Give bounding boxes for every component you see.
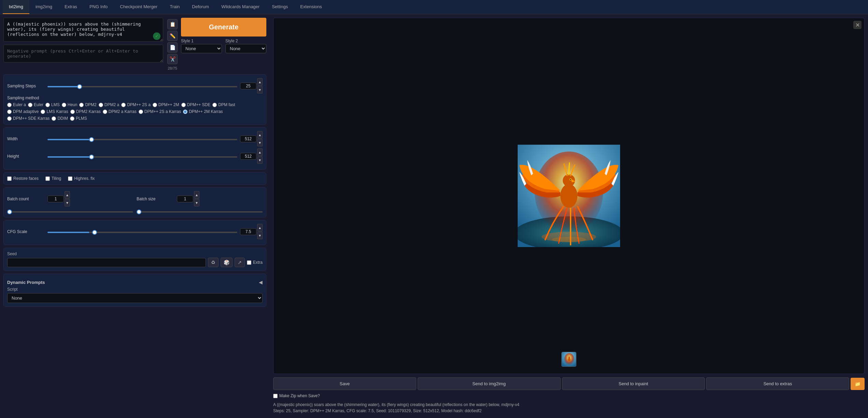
save-button[interactable]: Save [273,377,416,390]
positive-prompt-input[interactable]: A ((majestic phoenix)) soars above the (… [3,18,163,42]
sampling-method-radio-dpmpp_sde_karras[interactable] [7,116,12,121]
sampling-method-dpmpp_2m[interactable]: DPM++ 2M [153,102,179,107]
sampling-method-radio-dpmpp_2m[interactable] [153,103,157,107]
cfg-up-btn[interactable]: ▲ [257,224,263,231]
sampling-method-dpmpp_2s_a_karras[interactable]: DPM++ 2S a Karras [139,109,181,114]
sampling-method-radio-dpm2_a[interactable] [99,103,103,107]
sampling-method-dpm2_a[interactable]: DPM2 a [99,102,119,107]
sampling-method-dpmpp_sde[interactable]: DPM++ SDE [181,102,211,107]
batch-count-down-btn[interactable]: ▼ [65,199,70,206]
image-thumbnail[interactable] [561,352,576,367]
clear-icon-btn[interactable]: ✂️ [167,54,178,64]
script-select[interactable]: None [7,293,263,303]
generate-button[interactable]: Generate [181,18,266,37]
seed-extra-expand-btn[interactable]: ↗ [235,258,245,267]
cfg-slider[interactable] [47,232,237,233]
sampling-method-radio-lms_karras[interactable] [41,110,45,114]
height-up-btn[interactable]: ▲ [257,148,263,156]
sampling-method-radio-dpmpp_2m_karras[interactable] [183,110,187,114]
negative-prompt-input[interactable] [3,45,163,62]
width-up-btn[interactable]: ▲ [257,131,263,139]
sampling-method-radio-dpm2[interactable] [79,103,84,107]
steps-up-btn[interactable]: ▲ [257,78,263,86]
sampling-method-dpm_adaptive[interactable]: DPM adaptive [7,109,39,114]
nav-tab-img2img[interactable]: img2img [29,0,58,14]
sampling-method-euler[interactable]: Euler [28,102,43,107]
sampling-method-radio-heun[interactable] [62,103,66,107]
sampling-method-radio-plms[interactable] [70,116,74,121]
sampling-method-radio-dpm2_a_karras[interactable] [103,110,107,114]
sampling-method-dpmpp_sde_karras[interactable]: DPM++ SDE Karras [7,116,50,121]
height-down-btn[interactable]: ▼ [257,156,263,164]
nav-tab-train[interactable]: Train [164,0,186,14]
sampling-method-radio-euler[interactable] [28,103,32,107]
sampling-method-radio-dpm_fast[interactable] [212,103,217,107]
zip-checkbox-label[interactable]: Make Zip when Save? [273,393,320,398]
batch-count-slider[interactable] [7,211,133,213]
open-folder-btn[interactable]: 📁 [851,378,865,390]
extra-checkbox[interactable] [247,260,251,265]
tiling-checkbox[interactable] [45,176,50,181]
sampling-method-dpmpp_2s_a[interactable]: DPM++ 2S a [121,102,151,107]
sampling-method-radio-dpmpp_2s_a_karras[interactable] [139,110,143,114]
sampling-method-plms[interactable]: PLMS [70,116,87,121]
restore-faces-item[interactable]: Restore faces [7,176,39,181]
seed-dice-btn[interactable]: 🎲 [221,258,233,267]
sampling-method-radio-dpmpp_sde[interactable] [181,103,186,107]
batch-count-up-btn[interactable]: ▲ [65,191,70,199]
send-to-inpaint-button[interactable]: Send to inpaint [562,377,705,390]
extra-checkbox-label[interactable]: Extra [247,260,263,265]
sampling-method-euler_a[interactable]: Euler a [7,102,26,107]
send-to-img2img-button[interactable]: Send to img2img [418,377,561,390]
style2-select[interactable]: None [225,44,266,53]
nav-tab-txt2img[interactable]: txt2img [3,0,29,14]
seed-recycle-btn[interactable]: ♻ [208,258,219,267]
batch-size-down-btn[interactable]: ▼ [194,199,199,206]
sampling-method-ddim[interactable]: DDIM [52,116,68,121]
batch-size-slider[interactable] [137,211,263,213]
sampling-method-heun[interactable]: Heun [62,102,78,107]
sampling-method-label-dpm2_karras: DPM2 Karras [76,109,101,114]
width-slider[interactable] [47,139,237,140]
seed-input[interactable]: -1 [7,258,206,267]
zip-checkbox[interactable] [273,394,278,398]
nav-tab-settings[interactable]: Settings [266,0,294,14]
highres-fix-item[interactable]: Highres. fix [68,176,95,181]
style1-select[interactable]: None [181,44,222,53]
nav-tab-wildcards-manager[interactable]: Wildcards Manager [215,0,266,14]
width-down-btn[interactable]: ▼ [257,139,263,146]
nav-tab-png-info[interactable]: PNG Info [83,0,114,14]
paste-icon-btn[interactable]: 📋 [167,19,178,29]
batch-size-up-btn[interactable]: ▲ [194,191,199,199]
sampling-method-label-dpm2: DPM2 [85,102,96,107]
sampling-method-lms[interactable]: LMS [45,102,60,107]
send-to-extras-button[interactable]: Send to extras [706,377,849,390]
nav-tab-checkpoint-merger[interactable]: Checkpoint Merger [114,0,164,14]
sampling-method-radio-euler_a[interactable] [7,103,12,107]
dynamic-prompts-header[interactable]: Dynamic Prompts ◀ [7,277,263,287]
nav-tab-deforum[interactable]: Deforum [186,0,215,14]
steps-slider[interactable] [47,86,237,87]
sampling-method-dpm2[interactable]: DPM2 [79,102,96,107]
tiling-item[interactable]: Tiling [45,176,61,181]
highres-fix-checkbox[interactable] [68,176,72,181]
sampling-method-dpm2_a_karras[interactable]: DPM2 a Karras [103,109,137,114]
sampling-method-radio-dpm2_karras[interactable] [70,110,75,114]
cfg-down-btn[interactable]: ▼ [257,232,263,239]
sampling-method-dpm_fast[interactable]: DPM fast [212,102,235,107]
sampling-method-lms_karras[interactable]: LMS Karras [41,109,68,114]
restore-faces-checkbox[interactable] [7,176,12,181]
nav-tab-extras[interactable]: Extras [58,0,83,14]
steps-down-btn[interactable]: ▼ [257,86,263,93]
edit-icon-btn[interactable]: ✏️ [167,31,178,41]
close-image-btn[interactable]: ✕ [853,21,862,29]
sampling-method-radio-dpm_adaptive[interactable] [7,110,12,114]
nav-tab-extensions[interactable]: Extensions [294,0,328,14]
sampling-method-radio-dpmpp_2s_a[interactable] [121,103,126,107]
sampling-method-dpm2_karras[interactable]: DPM2 Karras [70,109,101,114]
copy-icon-btn[interactable]: 📄 [167,42,178,53]
sampling-method-radio-ddim[interactable] [52,116,56,121]
height-slider[interactable] [47,156,237,158]
sampling-method-dpmpp_2m_karras[interactable]: DPM++ 2M Karras [183,109,223,114]
sampling-method-radio-lms[interactable] [45,103,50,107]
